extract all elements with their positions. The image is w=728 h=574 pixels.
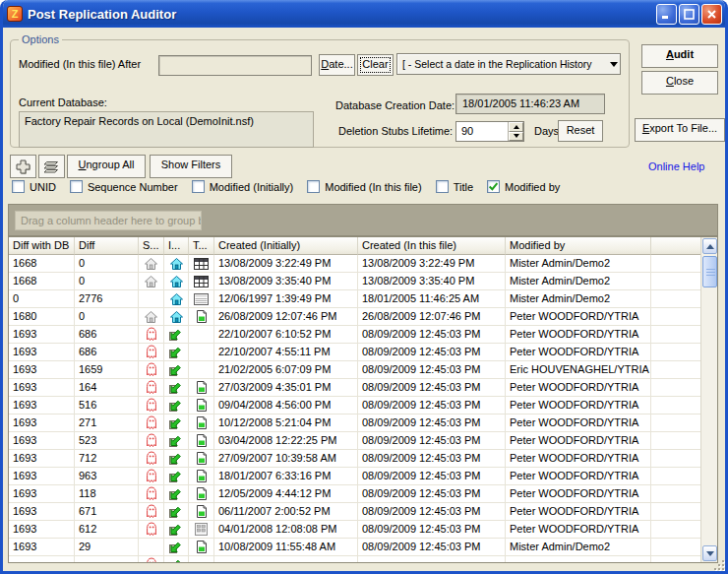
column-header[interactable]: Created (Initially) [214,237,358,255]
table-row[interactable]: 1693 118 12/05/2009 4:44:12 PM 08/09/200… [9,485,700,503]
column-checkbox[interactable]: Modified by [487,180,560,193]
checkbox-icon[interactable] [487,180,500,193]
column-checkbox[interactable]: Modified (In this file) [307,180,421,193]
cell-modified-by: Peter WOODFORD/YTRIA [506,432,651,450]
ghost-icon [139,485,164,503]
vertical-scrollbar[interactable] [700,237,717,562]
ghost-icon [139,379,164,397]
cell-filler [651,379,700,397]
minimize-button[interactable] [656,4,677,25]
column-checkbox[interactable]: Title [436,180,473,193]
group-by-bar[interactable]: Drag a column header here to group by th… [8,204,718,236]
audit-button[interactable]: Audit [641,44,718,68]
table-dark-icon [189,273,214,290]
cell-t [189,361,214,379]
column-header[interactable]: T... [189,237,214,255]
cell-modified-by: Mister Admin/Demo2 [506,290,651,308]
table-row[interactable]: 1693 712 27/09/2007 10:39:58 AM 08/09/20… [9,450,700,468]
cell-diff-with-db: 1693 [9,326,75,344]
cell-diff-with-db: 1668 [9,255,75,273]
stepper-down-button[interactable] [509,132,523,142]
cell-created-initially: 10/12/2008 5:21:04 PM [214,415,358,432]
cell-t [189,326,214,344]
cell-t [189,344,214,361]
column-checkbox[interactable]: Modified (Initially) [192,180,294,193]
online-help-link[interactable]: Online Help [648,160,704,172]
window: Z Post Replication Auditor Options Modif… [0,0,728,574]
table-row[interactable]: 1668 0 13/08/2009 3:35:40 PM 13/08/2009 … [9,273,700,290]
table-row[interactable]: 1693 516 09/04/2008 4:56:00 PM 08/09/200… [9,397,700,415]
doc-green-icon [189,539,214,556]
scrollbar-thumb[interactable] [702,256,717,287]
table-row[interactable]: 1693 612 04/01/2008 12:08:08 PM 08/09/20… [9,521,700,539]
reset-button[interactable]: Reset [558,120,603,142]
collapse-all-button[interactable] [38,155,65,178]
export-to-file-button[interactable]: Export To File... [635,118,725,142]
column-header[interactable]: Modified by [506,237,651,255]
resize-grip[interactable] [711,557,724,570]
titlebar[interactable]: Z Post Replication Auditor [0,0,728,28]
table-row[interactable]: 0 2776 12/06/1997 1:39:49 PM 18/01/2005 … [9,290,700,308]
cell-created-initially: 03/04/2008 12:22:25 PM [214,432,358,450]
table-row[interactable]: 1693 164 27/03/2009 4:35:01 PM 08/09/200… [9,379,700,397]
stubs-lifetime-value[interactable]: 90 [456,122,508,141]
chevron-down-icon[interactable] [610,62,618,67]
cell-created-initially: 13/08/2009 3:35:40 PM [214,273,358,290]
stubs-lifetime-stepper[interactable]: 90 [455,121,524,142]
checkbox-label: Modified (Initially) [210,181,294,193]
cell-created-initially: 27/09/2007 10:39:58 AM [214,450,358,468]
date-button[interactable]: Date... [319,54,355,76]
table-row[interactable]: 1693 523 03/04/2008 12:22:25 PM 08/09/20… [9,432,700,450]
checkbox-icon[interactable] [12,180,25,193]
expand-all-icon [15,159,31,175]
cell-diff: 686 [75,344,139,361]
cell-created-in-file: 08/09/2009 12:45:03 PM [358,344,506,361]
table-row[interactable]: 1693 686 22/10/2007 6:10:52 PM 08/09/200… [9,326,700,344]
table-row[interactable]: 1693 271 10/12/2008 5:21:04 PM 08/09/200… [9,415,700,432]
column-header[interactable]: Created (In this file) [358,237,506,255]
cell-created-in-file: 18/01/2005 11:46:25 AM [358,290,506,308]
column-header[interactable]: Diff with DB [9,237,75,255]
ghost-icon [139,556,164,562]
column-header[interactable]: Diff [75,237,139,255]
cell-diff: 516 [75,397,139,415]
checkbox-icon[interactable] [307,180,320,193]
ghost-icon [139,361,164,379]
column-checkbox[interactable]: Sequence Number [70,180,178,193]
replication-history-dropdown[interactable]: [ - Select a date in the Replication His… [396,53,621,75]
table-row[interactable]: 1693 671 06/11/2007 2:00:52 PM 08/09/200… [9,503,700,521]
maximize-button[interactable] [679,4,699,25]
column-header[interactable]: I... [164,237,189,255]
table-header-row: Diff with DB Diff S... I... T... Created… [9,237,700,255]
cell-created-initially: 22/10/2007 4:55:11 PM [214,344,358,361]
show-filters-button[interactable]: Show Filters [150,155,232,178]
checkbox-icon[interactable] [436,180,449,193]
table-row[interactable]: 1693 963 18/01/2007 6:33:16 PM 08/09/200… [9,468,700,485]
table-row[interactable]: 1693 1659 21/02/2005 6:07:09 PM 08/09/20… [9,361,700,379]
checkbox-icon[interactable] [70,180,83,193]
cell-created-initially: 09/04/2008 4:56:00 PM [214,397,358,415]
table-row[interactable] [9,556,700,562]
close-dialog-button[interactable]: Close [641,71,718,95]
cell-modified-by: Mister Admin/Demo2 [506,539,651,556]
cell-created-initially: 22/10/2007 6:10:52 PM [214,326,358,344]
cell-created-in-file: 13/08/2009 3:35:40 PM [358,273,506,290]
scroll-up-button[interactable] [702,238,717,254]
table-row[interactable]: 1693 29 10/08/2009 11:55:48 AM 08/09/200… [9,539,700,556]
table-row[interactable]: 1668 0 13/08/2009 3:22:49 PM 13/08/2009 … [9,255,700,273]
cell-created-initially: 10/08/2009 11:55:48 AM [214,539,358,556]
expand-all-button[interactable] [10,155,36,178]
clear-button[interactable]: Clear [357,54,394,76]
modified-after-input[interactable] [158,55,312,76]
table-row[interactable]: 1680 0 26/08/2009 12:07:46 PM 26/08/2009… [9,308,700,326]
column-header[interactable]: S... [139,237,164,255]
ghost-icon [139,432,164,450]
close-button[interactable] [701,4,722,25]
cell-diff-with-db: 1693 [9,539,75,556]
checkbox-icon[interactable] [192,180,205,193]
stepper-up-button[interactable] [509,122,523,132]
column-checkbox[interactable]: UNID [12,180,56,193]
cell-created-in-file: 08/09/2009 12:45:03 PM [358,539,506,556]
table-row[interactable]: 1693 686 22/10/2007 4:55:11 PM 08/09/200… [9,344,700,361]
ungroup-all-button[interactable]: Ungroup All [67,155,146,178]
